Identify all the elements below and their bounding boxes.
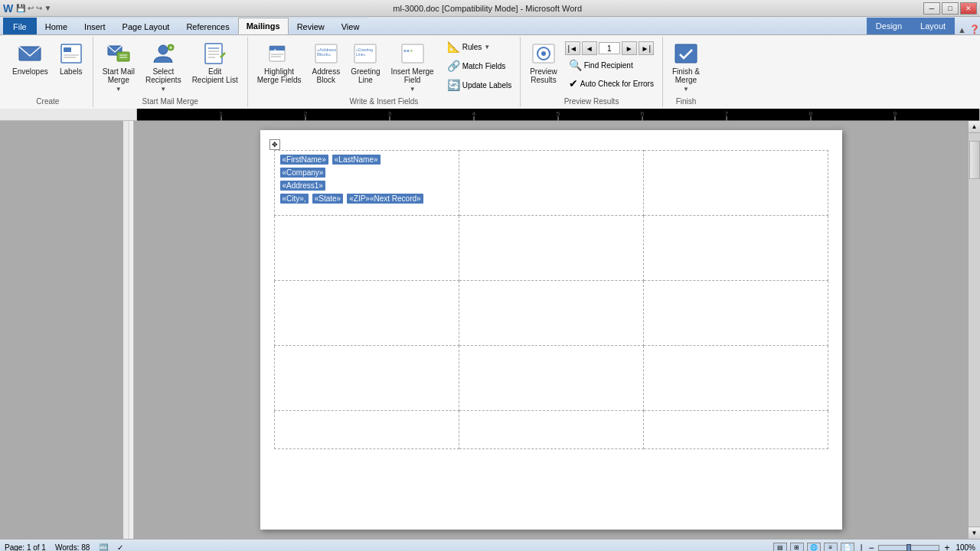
full-screen-reading-button[interactable]: ⊞ (790, 543, 804, 552)
record-number-input[interactable] (599, 42, 620, 54)
window-controls[interactable]: ─ □ ✕ (923, 2, 977, 15)
greeting-line-icon: «GreetingLine» (353, 41, 377, 66)
minimize-button[interactable]: ─ (923, 2, 940, 15)
svg-text:4: 4 (472, 111, 476, 117)
find-recipient-label: Find Recipient (584, 61, 633, 70)
tab-references[interactable]: References (178, 18, 237, 34)
draft-view-button[interactable]: 📄 (841, 543, 854, 552)
update-labels-icon: 🔄 (447, 79, 460, 91)
address-block-button[interactable]: «AddressBlock» AddressBlock (307, 38, 345, 87)
table-cell-4-2 (459, 346, 643, 411)
svg-text:«»: «» (403, 48, 410, 54)
svg-text:1: 1 (219, 111, 224, 117)
table-row: «FirstName» «LastName» «Company» «Addres… (274, 151, 828, 216)
table-cell-3-1 (274, 281, 459, 346)
tab-home[interactable]: Home (37, 18, 76, 34)
edit-recipient-list-label: EditRecipient List (192, 67, 238, 84)
table-move-handle[interactable]: ✥ (270, 139, 280, 150)
start-mail-merge-group-label: Start Mail Merge (142, 97, 198, 106)
finish-merge-label: Finish &Merge (672, 67, 700, 84)
scroll-up-button[interactable]: ▲ (969, 121, 981, 133)
select-recipients-dropdown-icon: ▼ (160, 86, 166, 93)
rules-label: Rules (462, 43, 482, 51)
zoom-out-button[interactable]: − (868, 543, 874, 552)
ribbon: Envelopes Labels Create Start MailMerge … (0, 35, 980, 109)
tab-view[interactable]: View (333, 18, 368, 34)
context-tabs: Design Layout (867, 18, 955, 34)
state-field: «State» (312, 194, 343, 204)
address-block-label: AddressBlock (312, 67, 340, 84)
create-group-label: Create (36, 97, 59, 106)
print-layout-view-button[interactable]: ▤ (773, 543, 787, 552)
match-fields-button[interactable]: 🔗 Match Fields (443, 57, 516, 74)
start-mail-merge-dropdown-icon: ▼ (116, 86, 122, 93)
svg-text:+: + (410, 47, 413, 54)
start-mail-merge-icon (106, 41, 131, 66)
find-recipient-icon: 🔍 (569, 59, 582, 71)
start-mail-merge-label: Start MailMerge (103, 67, 135, 84)
svg-text:«A»: «A» (271, 48, 280, 53)
greeting-line-button[interactable]: «GreetingLine» GreetingLine (346, 38, 384, 87)
tab-review[interactable]: Review (289, 18, 333, 34)
next-record-button[interactable]: ► (622, 41, 637, 55)
zoom-in-button[interactable]: + (944, 543, 949, 552)
tab-layout[interactable]: Layout (911, 18, 955, 34)
envelopes-button[interactable]: Envelopes (8, 38, 53, 79)
maximize-button[interactable]: □ (942, 2, 959, 15)
auto-check-label: Auto Check for Errors (580, 80, 654, 88)
finish-merge-button[interactable]: Finish &Merge ▼ (668, 38, 704, 96)
zoom-slider[interactable] (878, 545, 939, 551)
scroll-thumb[interactable] (969, 141, 980, 179)
scroll-down-button[interactable]: ▼ (969, 527, 981, 539)
highlight-merge-fields-button[interactable]: «A» HighlightMerge Fields (253, 38, 306, 87)
edit-recipient-list-icon (203, 41, 227, 66)
zip-next-field: «ZIP»«Next Record» (347, 194, 423, 204)
status-left: Page: 1 of 1 Words: 88 🔤 ✓ (5, 543, 123, 551)
track-changes-status: ✓ (117, 543, 123, 551)
auto-check-errors-button[interactable]: ✔ Auto Check for Errors (565, 75, 658, 92)
find-recipient-button[interactable]: 🔍 Find Recipient (565, 57, 658, 73)
preview-results-button[interactable]: PreviewResults (525, 38, 562, 87)
zoom-thumb[interactable] (906, 544, 911, 552)
ribbon-group-preview-results: PreviewResults |◄ ◄ ► ►| 🔍 Find Recipien… (521, 37, 663, 107)
zoom-level[interactable]: 100% (956, 543, 975, 551)
merge-field-row-3: «Address1» (279, 180, 454, 191)
lastname-field: «LastName» (332, 155, 381, 165)
tab-insert[interactable]: Insert (76, 18, 114, 34)
close-button[interactable]: ✕ (960, 2, 977, 15)
last-record-button[interactable]: ►| (639, 41, 654, 55)
collapse-ribbon-button[interactable]: ▲ (958, 25, 966, 34)
update-labels-label: Update Labels (462, 81, 512, 90)
envelopes-label: Envelopes (12, 67, 48, 76)
tab-page-layout[interactable]: Page Layout (114, 18, 178, 34)
insert-merge-field-button[interactable]: «»+ Insert MergeField ▼ (387, 38, 439, 96)
svg-rect-6 (117, 52, 129, 61)
web-layout-button[interactable]: 🌐 (807, 543, 821, 552)
ribbon-group-finish: Finish &Merge ▼ Finish (663, 37, 709, 107)
ruler-bar: 1 2 3 4 5 6 7 8 9 (136, 109, 980, 120)
help-area: ▲ ❓ (958, 24, 980, 34)
tab-design[interactable]: Design (867, 18, 911, 34)
scroll-track[interactable] (969, 133, 981, 527)
edit-recipient-list-button[interactable]: EditRecipient List (188, 38, 243, 87)
rules-button[interactable]: 📐 Rules ▼ (443, 38, 516, 55)
preview-results-group-label: Preview Results (564, 97, 619, 106)
labels-icon (59, 41, 83, 66)
prev-record-button[interactable]: ◄ (582, 41, 597, 55)
status-bar: Page: 1 of 1 Words: 88 🔤 ✓ ▤ ⊞ 🌐 ≡ 📄 | −… (0, 539, 980, 551)
first-record-button[interactable]: |◄ (565, 41, 580, 55)
labels-button[interactable]: Labels (54, 38, 88, 79)
insert-merge-field-icon: «»+ (400, 41, 425, 66)
tab-file[interactable]: File (3, 18, 37, 34)
update-labels-button[interactable]: 🔄 Update Labels (443, 77, 516, 93)
outline-view-button[interactable]: ≡ (824, 543, 838, 552)
help-button[interactable]: ❓ (969, 24, 980, 34)
nav-controls: |◄ ◄ ► ►| 🔍 Find Recipient ✔ Auto Check … (565, 41, 658, 92)
envelopes-icon (18, 41, 42, 66)
tab-mailings[interactable]: Mailings (238, 18, 289, 34)
select-recipients-button[interactable]: + SelectRecipients ▼ (141, 38, 186, 96)
start-mail-merge-items: Start MailMerge ▼ + SelectRecipients ▼ E… (98, 38, 243, 96)
ruler-svg: 1 2 3 4 5 6 7 8 9 (137, 109, 979, 121)
mail-merge-table: «FirstName» «LastName» «Company» «Addres… (274, 150, 828, 449)
start-mail-merge-button[interactable]: Start MailMerge ▼ (98, 38, 139, 96)
